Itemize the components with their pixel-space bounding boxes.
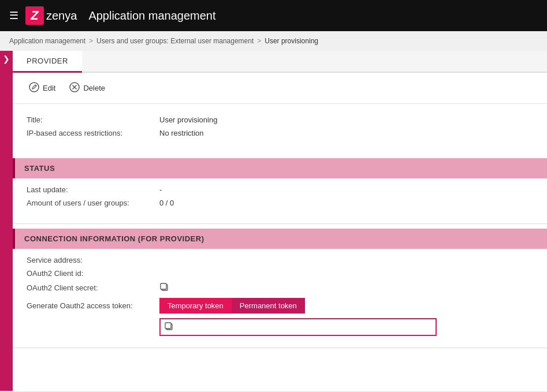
service-address-label: Service address:: [27, 256, 159, 264]
breadcrumb: Application management > Users and user …: [0, 31, 547, 51]
token-input-field[interactable]: [177, 323, 432, 331]
oauth2-secret-row: OAuth2 Client secret:: [27, 282, 533, 293]
breadcrumb-sep-2: >: [257, 37, 261, 45]
status-header: STATUS: [13, 158, 547, 178]
oauth2-secret-label: OAuth2 Client secret:: [27, 283, 159, 292]
tab-bar: PROVIDER: [13, 51, 547, 73]
breadcrumb-sep-1: >: [89, 37, 93, 45]
title-row: Title: User provisioning: [27, 115, 533, 124]
logo-text: zenya: [46, 9, 77, 23]
oauth2-clientid-label: OAuth2 Client id:: [27, 269, 159, 278]
amount-row: Amount of users / user groups: 0 / 0: [27, 199, 533, 207]
temp-token-button[interactable]: Temporary token: [159, 298, 232, 313]
breadcrumb-app-mgmt[interactable]: Application management: [9, 37, 85, 45]
edit-label: Edit: [43, 84, 55, 92]
last-update-label: Last update:: [27, 185, 159, 194]
token-input-row: [159, 318, 437, 336]
token-buttons: Temporary token Permanent token: [159, 298, 305, 313]
ip-value: No restriction: [159, 129, 204, 137]
oauth2-clientid-row: OAuth2 Client id:: [27, 269, 533, 278]
oauth2-secret-copy-icon[interactable]: [159, 282, 169, 293]
delete-button[interactable]: Delete: [62, 80, 112, 96]
app-title: Application management: [88, 9, 215, 23]
sidebar-arrow-icon: ❯: [3, 54, 10, 64]
generate-token-label: Generate Oauth2 access token:: [27, 301, 159, 310]
content-area: PROVIDER Edit: [13, 51, 547, 391]
connection-section: Service address: OAuth2 Client id: OAuth…: [13, 249, 547, 345]
delete-icon: [69, 82, 80, 94]
topbar: ☰ Z zenya Application management: [0, 0, 547, 31]
title-label: Title:: [27, 115, 159, 124]
svg-rect-9: [165, 323, 171, 328]
amount-label: Amount of users / user groups:: [27, 199, 159, 207]
delete-label: Delete: [83, 84, 105, 92]
amount-value: 0 / 0: [159, 199, 174, 207]
toolbar: Edit Delete: [13, 73, 547, 104]
main-wrapper: ❯ PROVIDER Edit: [0, 51, 547, 391]
divider-2: [13, 348, 547, 348]
title-value: User provisioning: [159, 115, 217, 124]
last-update-value: -: [159, 185, 162, 194]
breadcrumb-users[interactable]: Users and user groups: External user man…: [96, 37, 254, 45]
breadcrumb-current: User provisioning: [265, 37, 318, 45]
sidebar-toggle[interactable]: ❯: [0, 51, 13, 391]
logo: Z zenya: [25, 6, 77, 25]
zenya-logo-icon: Z: [25, 6, 44, 25]
svg-rect-7: [161, 283, 166, 289]
divider-1: [13, 223, 547, 224]
svg-point-2: [29, 83, 39, 92]
service-address-row: Service address:: [27, 256, 533, 264]
ip-label: IP-based access restrictions:: [27, 129, 159, 137]
connection-header: CONNECTION INFORMATION (FOR PROVIDER): [13, 229, 547, 249]
status-section: Last update: - Amount of users / user gr…: [13, 178, 547, 221]
svg-text:Z: Z: [30, 8, 39, 23]
ip-row: IP-based access restrictions: No restric…: [27, 129, 533, 137]
token-copy-icon[interactable]: [164, 322, 173, 333]
tab-provider[interactable]: PROVIDER: [13, 51, 82, 73]
edit-icon: [29, 82, 39, 94]
hamburger-icon[interactable]: ☰: [9, 9, 18, 22]
last-update-row: Last update: -: [27, 185, 533, 194]
perm-token-button[interactable]: Permanent token: [232, 298, 305, 313]
generate-token-row: Generate Oauth2 access token: Temporary …: [27, 298, 533, 313]
provider-form: Title: User provisioning IP-based access…: [13, 104, 547, 154]
edit-button[interactable]: Edit: [22, 80, 62, 96]
